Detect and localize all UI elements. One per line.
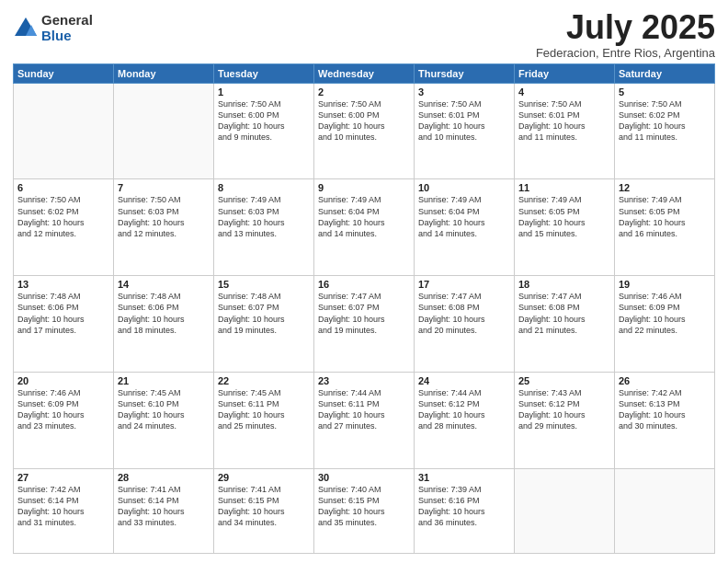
day-info: Sunrise: 7:50 AM Sunset: 6:02 PM Dayligh… — [619, 98, 711, 144]
day-info: Sunrise: 7:48 AM Sunset: 6:07 PM Dayligh… — [218, 291, 310, 336]
calendar-day: 25Sunrise: 7:43 AM Sunset: 6:12 PM Dayli… — [515, 373, 615, 469]
calendar-day: 13Sunrise: 7:48 AM Sunset: 6:06 PM Dayli… — [14, 276, 114, 373]
day-of-week-header: Sunday — [14, 63, 114, 83]
day-number: 26 — [619, 375, 711, 386]
logo-blue-text: Blue — [41, 29, 93, 44]
logo-icon — [13, 16, 39, 41]
day-number: 25 — [518, 375, 610, 386]
day-info: Sunrise: 7:50 AM Sunset: 6:03 PM Dayligh… — [118, 194, 210, 239]
day-number: 4 — [518, 86, 610, 98]
day-info: Sunrise: 7:49 AM Sunset: 6:05 PM Dayligh… — [619, 194, 711, 239]
calendar-day: 6Sunrise: 7:50 AM Sunset: 6:02 PM Daylig… — [14, 179, 114, 276]
calendar-day: 1Sunrise: 7:50 AM Sunset: 6:00 PM Daylig… — [214, 83, 314, 179]
logo-text: General Blue — [41, 13, 93, 43]
day-info: Sunrise: 7:46 AM Sunset: 6:09 PM Dayligh… — [17, 387, 109, 432]
page: General Blue July 2025 Federacion, Entre… — [0, 0, 728, 563]
day-info: Sunrise: 7:48 AM Sunset: 6:06 PM Dayligh… — [17, 291, 109, 336]
location-subtitle: Federacion, Entre Rios, Argentina — [536, 46, 715, 60]
calendar-day: 4Sunrise: 7:50 AM Sunset: 6:01 PM Daylig… — [515, 83, 615, 179]
calendar-day: 27Sunrise: 7:42 AM Sunset: 6:14 PM Dayli… — [14, 468, 114, 553]
day-info: Sunrise: 7:43 AM Sunset: 6:12 PM Dayligh… — [518, 387, 610, 432]
day-info: Sunrise: 7:42 AM Sunset: 6:14 PM Dayligh… — [17, 484, 109, 529]
day-of-week-header: Monday — [114, 63, 214, 83]
calendar-day: 30Sunrise: 7:40 AM Sunset: 6:15 PM Dayli… — [314, 468, 415, 553]
day-info: Sunrise: 7:49 AM Sunset: 6:03 PM Dayligh… — [218, 194, 310, 239]
week-row: 27Sunrise: 7:42 AM Sunset: 6:14 PM Dayli… — [14, 468, 715, 553]
calendar-day: 3Sunrise: 7:50 AM Sunset: 6:01 PM Daylig… — [415, 83, 515, 179]
day-number: 29 — [218, 472, 310, 483]
day-info: Sunrise: 7:48 AM Sunset: 6:06 PM Dayligh… — [118, 291, 210, 336]
calendar-day: 10Sunrise: 7:49 AM Sunset: 6:04 PM Dayli… — [415, 179, 515, 276]
calendar-day: 29Sunrise: 7:41 AM Sunset: 6:15 PM Dayli… — [214, 468, 314, 553]
day-number: 5 — [619, 86, 711, 98]
day-number: 12 — [619, 182, 711, 193]
day-number: 16 — [318, 279, 410, 290]
calendar-day: 12Sunrise: 7:49 AM Sunset: 6:05 PM Dayli… — [615, 179, 715, 276]
day-of-week-header: Thursday — [415, 63, 515, 83]
day-number: 28 — [118, 472, 210, 483]
month-year-title: July 2025 — [536, 9, 715, 46]
day-info: Sunrise: 7:50 AM Sunset: 6:01 PM Dayligh… — [518, 98, 610, 144]
day-number: 21 — [118, 375, 210, 386]
day-number: 22 — [218, 375, 310, 386]
header: General Blue July 2025 Federacion, Entre… — [13, 9, 715, 60]
day-info: Sunrise: 7:49 AM Sunset: 6:04 PM Dayligh… — [318, 194, 410, 239]
calendar-day: 17Sunrise: 7:47 AM Sunset: 6:08 PM Dayli… — [415, 276, 515, 373]
calendar-day: 26Sunrise: 7:42 AM Sunset: 6:13 PM Dayli… — [615, 373, 715, 469]
calendar-day: 15Sunrise: 7:48 AM Sunset: 6:07 PM Dayli… — [214, 276, 314, 373]
day-of-week-header: Wednesday — [314, 63, 415, 83]
week-row: 13Sunrise: 7:48 AM Sunset: 6:06 PM Dayli… — [14, 276, 715, 373]
day-info: Sunrise: 7:44 AM Sunset: 6:12 PM Dayligh… — [418, 387, 510, 432]
calendar-day: 14Sunrise: 7:48 AM Sunset: 6:06 PM Dayli… — [114, 276, 214, 373]
week-row: 1Sunrise: 7:50 AM Sunset: 6:00 PM Daylig… — [14, 83, 715, 179]
day-number: 15 — [218, 279, 310, 290]
calendar-day: 18Sunrise: 7:47 AM Sunset: 6:08 PM Dayli… — [515, 276, 615, 373]
calendar-day: 23Sunrise: 7:44 AM Sunset: 6:11 PM Dayli… — [314, 373, 415, 469]
day-of-week-header: Tuesday — [214, 63, 314, 83]
day-info: Sunrise: 7:47 AM Sunset: 6:08 PM Dayligh… — [418, 291, 510, 336]
calendar-day: 31Sunrise: 7:39 AM Sunset: 6:16 PM Dayli… — [415, 468, 515, 553]
title-block: July 2025 Federacion, Entre Rios, Argent… — [536, 9, 715, 60]
calendar-day: 2Sunrise: 7:50 AM Sunset: 6:00 PM Daylig… — [314, 83, 415, 179]
calendar-day: 19Sunrise: 7:46 AM Sunset: 6:09 PM Dayli… — [615, 276, 715, 373]
day-of-week-header: Saturday — [615, 63, 715, 83]
day-info: Sunrise: 7:46 AM Sunset: 6:09 PM Dayligh… — [619, 291, 711, 336]
day-info: Sunrise: 7:40 AM Sunset: 6:15 PM Dayligh… — [318, 484, 410, 529]
day-info: Sunrise: 7:50 AM Sunset: 6:00 PM Dayligh… — [218, 98, 310, 144]
day-number: 30 — [318, 472, 410, 483]
day-info: Sunrise: 7:42 AM Sunset: 6:13 PM Dayligh… — [619, 387, 711, 432]
calendar-header-row: SundayMondayTuesdayWednesdayThursdayFrid… — [14, 63, 715, 83]
logo-general-text: General — [41, 13, 93, 29]
day-info: Sunrise: 7:47 AM Sunset: 6:07 PM Dayligh… — [318, 291, 410, 336]
day-number: 10 — [418, 182, 510, 193]
day-number: 3 — [418, 86, 510, 98]
calendar-day: 21Sunrise: 7:45 AM Sunset: 6:10 PM Dayli… — [114, 373, 214, 469]
day-of-week-header: Friday — [515, 63, 615, 83]
calendar-day: 24Sunrise: 7:44 AM Sunset: 6:12 PM Dayli… — [415, 373, 515, 469]
calendar-day: 11Sunrise: 7:49 AM Sunset: 6:05 PM Dayli… — [515, 179, 615, 276]
calendar-day: 28Sunrise: 7:41 AM Sunset: 6:14 PM Dayli… — [114, 468, 214, 553]
day-number: 9 — [318, 182, 410, 193]
day-number: 19 — [619, 279, 711, 290]
day-info: Sunrise: 7:50 AM Sunset: 6:01 PM Dayligh… — [418, 98, 510, 144]
day-info: Sunrise: 7:41 AM Sunset: 6:14 PM Dayligh… — [118, 484, 210, 529]
calendar-day: 9Sunrise: 7:49 AM Sunset: 6:04 PM Daylig… — [314, 179, 415, 276]
calendar-day: 7Sunrise: 7:50 AM Sunset: 6:03 PM Daylig… — [114, 179, 214, 276]
calendar-day: 5Sunrise: 7:50 AM Sunset: 6:02 PM Daylig… — [615, 83, 715, 179]
day-number: 18 — [518, 279, 610, 290]
day-info: Sunrise: 7:45 AM Sunset: 6:11 PM Dayligh… — [218, 387, 310, 432]
day-number: 13 — [17, 279, 109, 290]
calendar-day: 22Sunrise: 7:45 AM Sunset: 6:11 PM Dayli… — [214, 373, 314, 469]
day-number: 20 — [17, 375, 109, 386]
day-info: Sunrise: 7:49 AM Sunset: 6:05 PM Dayligh… — [518, 194, 610, 239]
calendar-day — [114, 83, 214, 179]
day-number: 6 — [17, 182, 109, 193]
calendar-day: 20Sunrise: 7:46 AM Sunset: 6:09 PM Dayli… — [14, 373, 114, 469]
day-info: Sunrise: 7:44 AM Sunset: 6:11 PM Dayligh… — [318, 387, 410, 432]
day-info: Sunrise: 7:50 AM Sunset: 6:00 PM Dayligh… — [318, 98, 410, 144]
day-number: 2 — [318, 86, 410, 98]
week-row: 6Sunrise: 7:50 AM Sunset: 6:02 PM Daylig… — [14, 179, 715, 276]
logo: General Blue — [13, 13, 93, 43]
calendar-day — [14, 83, 114, 179]
calendar-table: SundayMondayTuesdayWednesdayThursdayFrid… — [13, 63, 715, 554]
